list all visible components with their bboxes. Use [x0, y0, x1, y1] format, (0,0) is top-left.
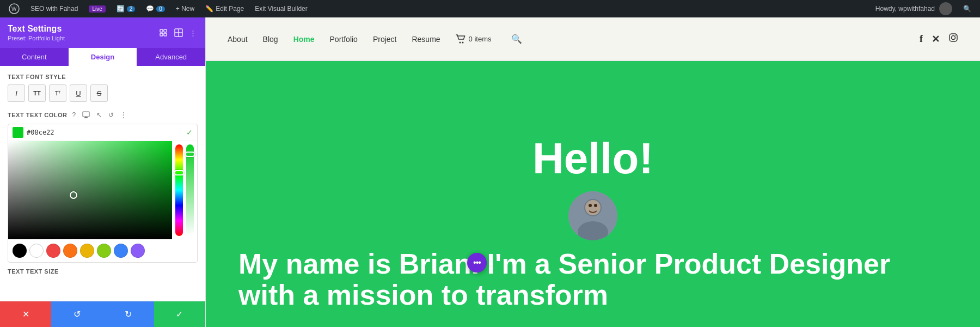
color-section-label: Text Text Color	[8, 112, 68, 118]
color-picker-body	[8, 141, 197, 239]
color-device-icon[interactable]	[81, 111, 91, 119]
svg-point-22	[594, 204, 597, 207]
hero-center: Hello!	[238, 137, 947, 251]
panel-content: Text Font Style I TT Tᵀ U S Text Text Co…	[0, 66, 205, 301]
svg-rect-2	[160, 29, 163, 32]
svg-rect-5	[164, 33, 167, 36]
color-gradient-area[interactable]	[8, 141, 172, 239]
svg-rect-3	[164, 29, 167, 32]
opacity-slider-container[interactable]	[186, 144, 194, 236]
nav-project[interactable]: Project	[373, 35, 397, 44]
facebook-icon[interactable]: f	[920, 33, 923, 45]
svg-rect-9	[83, 112, 89, 117]
svg-rect-4	[160, 33, 163, 36]
panel-preset[interactable]: Preset: Portfolio Light	[8, 35, 65, 41]
nav-about[interactable]: About	[228, 35, 248, 44]
howdy-text[interactable]: Howdy, wpwithfahad	[871, 2, 957, 15]
swatch-white[interactable]	[29, 244, 44, 258]
panel-title: Text Settings	[8, 24, 65, 34]
svg-point-21	[589, 204, 592, 207]
comments-button[interactable]: 💬 0	[142, 0, 169, 17]
hero-hello-text: Hello!	[238, 137, 947, 180]
main-layout: Text Settings Preset: Portfolio Light ⋮ …	[0, 17, 980, 327]
panel-tabs: Content Design Advanced	[0, 48, 205, 66]
instagram-icon[interactable]	[948, 33, 958, 45]
site-nav: About Blog Home Portfolio Project Resume…	[206, 17, 980, 61]
italic-button[interactable]: I	[8, 84, 25, 102]
reset-button[interactable]: ↺	[51, 301, 102, 327]
site-hero: Hello!	[206, 61, 980, 327]
strikethrough-button[interactable]: S	[90, 84, 108, 102]
edit-page-button[interactable]: ✏️ Edit Page	[201, 0, 248, 17]
color-help-icon[interactable]: ?	[71, 111, 78, 119]
avatar	[568, 191, 617, 240]
swatch-red[interactable]	[46, 244, 60, 258]
expand-icon[interactable]	[158, 27, 169, 38]
tab-advanced[interactable]: Advanced	[137, 48, 205, 66]
hero-intro-text: My name is Brian. I'm a Senior Product D…	[238, 249, 947, 311]
color-swatch-preview[interactable]	[13, 127, 23, 138]
admin-bar-right: Howdy, wpwithfahad 🔍	[871, 2, 976, 15]
nav-cart[interactable]: 0 items	[456, 34, 492, 44]
color-picker: ✓	[8, 124, 198, 263]
svg-point-16	[955, 35, 957, 36]
new-button[interactable]: + New	[171, 0, 199, 17]
cart-count: 0 items	[469, 35, 492, 43]
panel-header-actions: ⋮	[158, 27, 198, 38]
svg-point-15	[952, 36, 955, 40]
color-hex-input[interactable]	[27, 129, 183, 136]
svg-point-12	[459, 41, 461, 43]
opacity-cursor	[185, 152, 195, 157]
color-hex-row: ✓	[8, 124, 197, 141]
color-label-row: Text Text Color ? ↖ ↺ ⋮	[8, 111, 198, 119]
tab-design[interactable]: Design	[69, 48, 137, 66]
site-name[interactable]: SEO with Fahad	[26, 0, 82, 17]
search-admin-button[interactable]: 🔍	[959, 5, 976, 13]
twitter-x-icon[interactable]: ✕	[932, 33, 940, 45]
brightness-gradient	[8, 141, 172, 239]
updates-button[interactable]: 🔄 2	[112, 0, 140, 17]
font-style-label: Text Font Style	[8, 74, 198, 80]
save-button[interactable]: ✓	[154, 301, 205, 327]
color-reset-icon[interactable]: ↺	[107, 111, 115, 119]
underline-button[interactable]: U	[70, 84, 87, 102]
color-cursor-icon[interactable]: ↖	[95, 111, 103, 119]
swatch-black[interactable]	[13, 244, 27, 258]
color-more-icon[interactable]: ⋮	[119, 111, 128, 119]
swatch-yellow[interactable]	[80, 244, 94, 258]
cancel-button[interactable]: ✕	[0, 301, 51, 327]
swatch-blue[interactable]	[114, 244, 128, 258]
svg-point-13	[462, 41, 463, 43]
swatch-green[interactable]	[97, 244, 111, 258]
hero-intro-block: My name is Brian. I'm a Senior Product D…	[206, 249, 980, 311]
nav-blog[interactable]: Blog	[263, 35, 278, 44]
hero-avatar-container	[568, 191, 617, 240]
more-options-icon[interactable]: ⋮	[188, 28, 198, 38]
wp-logo[interactable]: W	[4, 0, 24, 17]
nav-resume[interactable]: Resume	[412, 35, 440, 44]
svg-text:W: W	[11, 6, 17, 12]
nav-home[interactable]: Home	[293, 35, 315, 44]
tab-content[interactable]: Content	[0, 48, 69, 66]
color-confirm-icon[interactable]: ✓	[186, 128, 193, 137]
live-badge[interactable]: Live	[84, 0, 109, 17]
grid-icon[interactable]	[173, 27, 184, 38]
nav-portfolio[interactable]: Portfolio	[330, 35, 358, 44]
hue-slider-container[interactable]	[175, 144, 183, 236]
exit-builder-button[interactable]: Exit Visual Builder	[250, 0, 312, 17]
site-area: About Blog Home Portfolio Project Resume…	[206, 17, 980, 327]
uppercase-button[interactable]: TT	[28, 84, 46, 102]
search-icon[interactable]: 🔍	[511, 34, 522, 44]
color-swatches-row	[8, 239, 197, 262]
swatch-orange[interactable]	[63, 244, 77, 258]
panel-header: Text Settings Preset: Portfolio Light ⋮	[0, 17, 205, 48]
nav-links: About Blog Home Portfolio Project Resume…	[228, 34, 522, 44]
panel-title-group: Text Settings Preset: Portfolio Light	[8, 24, 65, 41]
hue-cursor	[174, 170, 184, 175]
font-style-row: I TT Tᵀ U S	[8, 84, 198, 102]
floating-action-button[interactable]: •••	[467, 253, 487, 272]
swatch-purple[interactable]	[131, 244, 145, 258]
text-size-label: Text Text Size	[8, 268, 198, 275]
redo-button[interactable]: ↻	[103, 301, 154, 327]
smallcaps-button[interactable]: Tᵀ	[49, 84, 66, 102]
